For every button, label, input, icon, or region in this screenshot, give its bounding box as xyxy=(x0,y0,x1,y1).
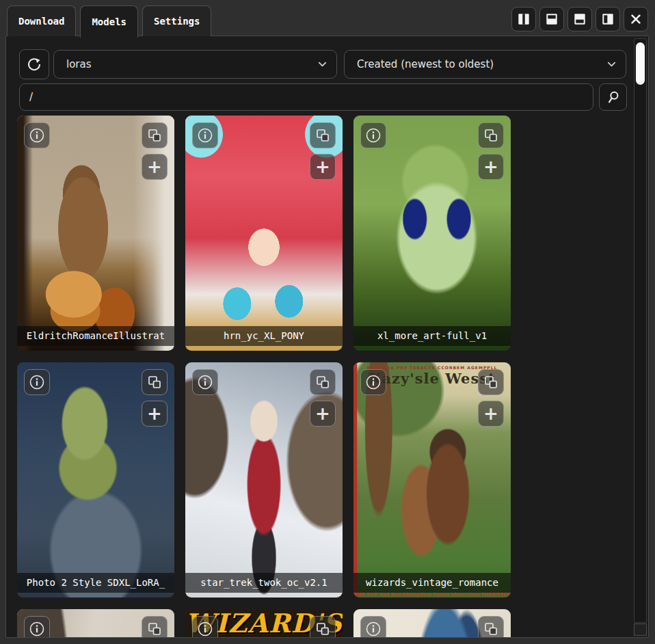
scrollbar-thumb[interactable] xyxy=(636,42,645,85)
copy-icon xyxy=(315,621,331,637)
poster-footer-text: THE KUE Vad Kee Phoopitrat Kouse ohancto… xyxy=(353,592,511,598)
layout-bottom-panel-icon xyxy=(572,12,587,27)
copy-icon xyxy=(483,621,499,637)
model-card[interactable]: + xl_more_art-full_v1 xyxy=(353,116,511,351)
info-icon xyxy=(365,374,382,390)
model-copy-button[interactable] xyxy=(142,616,168,638)
model-name-label: xl_more_art-full_v1 xyxy=(353,326,511,346)
model-add-button[interactable]: + xyxy=(478,154,504,180)
copy-icon xyxy=(146,621,163,637)
sort-order-select[interactable]: Created (newest to oldest) xyxy=(344,50,626,79)
model-info-button[interactable] xyxy=(24,369,50,395)
plus-icon: + xyxy=(315,405,330,422)
search-button[interactable] xyxy=(599,83,627,111)
model-copy-button[interactable] xyxy=(310,369,336,395)
info-icon xyxy=(197,374,213,390)
models-panel: loras Created (newest to oldest) + Eldri… xyxy=(5,36,649,638)
layout-left-panel-button[interactable] xyxy=(596,7,620,31)
model-copy-button[interactable] xyxy=(478,369,504,395)
info-icon xyxy=(29,621,45,637)
layout-top-panel-icon xyxy=(544,12,559,27)
app-window: Download Models Settings loras Cr xyxy=(0,0,655,644)
info-icon xyxy=(197,621,213,637)
layout-left-panel-icon xyxy=(600,12,615,27)
refresh-icon xyxy=(26,56,42,72)
model-name-label: EldritchRomanceIllustrat xyxy=(17,326,174,346)
model-add-button[interactable]: + xyxy=(310,401,336,427)
search-icon xyxy=(606,90,621,105)
model-copy-button[interactable] xyxy=(142,122,168,148)
info-icon xyxy=(365,621,382,637)
sort-order-value: Created (newest to oldest) xyxy=(357,58,494,70)
model-copy-button[interactable] xyxy=(142,369,168,395)
model-info-button[interactable] xyxy=(360,369,386,395)
model-add-button[interactable]: + xyxy=(310,154,336,180)
model-name-label: hrn_yc_XL_PONY xyxy=(185,326,343,346)
copy-icon xyxy=(146,374,163,390)
model-type-select[interactable]: loras xyxy=(53,50,337,79)
model-info-button[interactable] xyxy=(360,122,386,148)
model-info-button[interactable] xyxy=(360,616,386,638)
layout-split-vertical-icon xyxy=(516,12,531,27)
model-copy-button[interactable] xyxy=(478,122,504,148)
layout-split-vertical-button[interactable] xyxy=(511,7,536,31)
model-copy-button[interactable] xyxy=(478,616,504,638)
tab-settings[interactable]: Settings xyxy=(142,5,211,36)
info-icon xyxy=(197,127,213,144)
copy-icon xyxy=(315,127,331,144)
tab-models[interactable]: Models xyxy=(80,5,138,38)
tab-bar: Download Models Settings xyxy=(7,5,211,36)
model-card[interactable]: NANCY IA PRE TEBACTV CCORBEM AGEMPPLL Ka… xyxy=(353,362,511,598)
layout-bottom-panel-button[interactable] xyxy=(567,7,592,31)
model-card[interactable]: + star_trek_twok_oc_v2.1 xyxy=(185,362,343,598)
model-card[interactable]: WIZARD'S xyxy=(185,609,343,638)
chevron-down-icon xyxy=(317,59,328,70)
model-add-button[interactable]: + xyxy=(478,401,504,427)
copy-icon xyxy=(483,374,499,390)
model-add-button[interactable]: + xyxy=(142,401,168,427)
model-copy-button[interactable] xyxy=(310,122,336,148)
copy-icon xyxy=(315,374,331,390)
info-icon xyxy=(29,374,45,390)
close-icon xyxy=(630,13,642,25)
scrollbar-corner xyxy=(634,623,647,636)
model-preview-image xyxy=(17,116,174,351)
model-preview-image xyxy=(185,362,343,598)
window-controls xyxy=(511,7,648,31)
copy-icon xyxy=(483,127,499,144)
model-name-label: star_trek_twok_oc_v2.1 xyxy=(185,573,343,593)
close-button[interactable] xyxy=(624,7,648,31)
plus-icon: + xyxy=(315,158,330,176)
model-name-label: Photo 2 Style SDXL_LoRA_ xyxy=(17,573,174,593)
refresh-button[interactable] xyxy=(19,49,49,79)
tab-download[interactable]: Download xyxy=(7,5,76,36)
model-card[interactable]: + hrn_yc_XL_PONY xyxy=(185,116,343,351)
copy-icon xyxy=(146,127,163,144)
model-card[interactable] xyxy=(17,609,174,638)
model-preview-image xyxy=(353,116,511,351)
model-info-button[interactable] xyxy=(192,616,218,638)
model-info-button[interactable] xyxy=(24,616,50,638)
model-preview-image: NANCY IA PRE TEBACTV CCORBEM AGEMPPLL Ka… xyxy=(353,362,511,598)
info-icon xyxy=(29,127,45,144)
model-name-label: wizards_vintage_romance xyxy=(353,573,511,593)
model-card[interactable]: + EldritchRomanceIllustrat xyxy=(17,116,174,351)
model-type-value: loras xyxy=(66,58,92,70)
plus-icon: + xyxy=(483,405,498,422)
vertical-scrollbar xyxy=(634,38,647,623)
model-preview-image xyxy=(185,116,343,351)
search-input[interactable] xyxy=(19,83,593,111)
info-icon xyxy=(365,127,382,144)
model-grid: + EldritchRomanceIllustrat + hrn_yc_XL_P… xyxy=(17,116,511,638)
chevron-down-icon xyxy=(606,59,617,70)
model-card[interactable] xyxy=(353,609,511,638)
model-card[interactable]: + Photo 2 Style SDXL_LoRA_ xyxy=(17,362,174,598)
model-copy-button[interactable] xyxy=(310,616,336,638)
model-info-button[interactable] xyxy=(192,122,218,148)
model-info-button[interactable] xyxy=(24,122,50,148)
model-add-button[interactable]: + xyxy=(142,154,168,180)
model-info-button[interactable] xyxy=(192,369,218,395)
model-preview-image xyxy=(17,362,174,598)
plus-icon: + xyxy=(147,158,162,176)
layout-top-panel-button[interactable] xyxy=(539,7,564,31)
